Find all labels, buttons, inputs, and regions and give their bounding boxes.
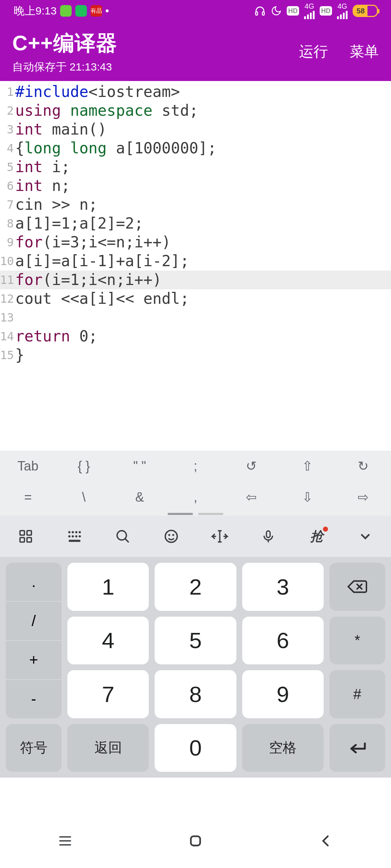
code-content[interactable]: int i; xyxy=(15,158,70,176)
moon-icon xyxy=(271,5,282,16)
key-0[interactable]: 0 xyxy=(155,724,236,772)
code-content[interactable]: cout <<a[i]<< endl; xyxy=(15,289,189,308)
key-enter[interactable] xyxy=(329,724,385,772)
key-5[interactable]: 5 xyxy=(155,617,236,665)
key-1[interactable]: 1 xyxy=(67,563,149,611)
symbol-key-r2-5[interactable]: ⇩ xyxy=(279,482,335,513)
svg-rect-1 xyxy=(262,12,264,15)
symbol-toolbar: Tab{ }" ";↺⇧↻ =\&,⇦⇩⇨ xyxy=(0,451,391,516)
backspace-icon xyxy=(347,579,368,595)
nav-back-button[interactable] xyxy=(315,830,337,852)
menu-button[interactable]: 菜单 xyxy=(350,42,379,61)
code-line[interactable]: 11for(i=1;i<n;i++) xyxy=(0,271,391,289)
code-line[interactable]: 7cin >> n; xyxy=(0,195,391,214)
symbol-key-r2-0[interactable]: = xyxy=(0,482,56,513)
symbol-key-r2-3[interactable]: , xyxy=(168,482,223,513)
code-line[interactable]: 13 xyxy=(0,308,391,327)
symbol-key-r1-0[interactable]: Tab xyxy=(0,451,56,482)
ime-keyboard-icon[interactable] xyxy=(55,528,93,545)
code-line[interactable]: 10a[i]=a[i-1]+a[i-2]; xyxy=(0,252,391,271)
symbol-key-r1-4[interactable]: ↺ xyxy=(223,451,279,482)
symbol-key-r1-3[interactable]: ; xyxy=(168,451,223,482)
key-7[interactable]: 7 xyxy=(67,670,149,718)
code-line[interactable]: 8a[1]=1;a[2]=2; xyxy=(0,214,391,233)
key-return-word[interactable]: 返回 xyxy=(67,724,149,772)
code-line[interactable]: 15} xyxy=(0,346,391,365)
ime-grab-button[interactable]: 抢 xyxy=(298,528,336,545)
code-line[interactable]: 2using namespace std; xyxy=(0,101,391,120)
code-content[interactable]: for(i=3;i<=n;i++) xyxy=(15,233,171,252)
numeric-keypad: . / + - 符号 1 2 3 4 5 6 7 8 9 返回 0 空格 * # xyxy=(0,557,391,778)
run-button[interactable]: 运行 xyxy=(299,42,328,61)
ime-mic-icon[interactable] xyxy=(249,528,287,544)
ime-search-icon[interactable] xyxy=(104,528,142,544)
symbol-key-r2-2[interactable]: & xyxy=(112,482,168,513)
ime-collapse-icon[interactable] xyxy=(346,528,384,544)
key-space[interactable]: 空格 xyxy=(242,724,324,772)
symbol-key-r2-1[interactable]: \ xyxy=(56,482,112,513)
line-number: 6 xyxy=(0,176,15,195)
svg-point-9 xyxy=(79,531,81,533)
notification-dot-icon xyxy=(323,527,328,532)
code-line[interactable]: 12cout <<a[i]<< endl; xyxy=(0,289,391,308)
hd-badge-1: HD xyxy=(287,6,299,16)
ime-cursor-icon[interactable] xyxy=(201,528,239,544)
svg-rect-0 xyxy=(256,12,257,15)
code-line[interactable]: 1#include<iostream> xyxy=(0,82,391,101)
key-2[interactable]: 2 xyxy=(155,563,236,611)
code-content[interactable]: return 0; xyxy=(15,327,98,346)
code-line[interactable]: 14return 0; xyxy=(0,327,391,346)
key-6[interactable]: 6 xyxy=(242,617,324,665)
code-content[interactable]: int main() xyxy=(15,120,107,139)
symbol-key-r1-2[interactable]: " " xyxy=(112,451,168,482)
network-4g-2: 4G xyxy=(337,3,348,19)
symbol-key-r2-4[interactable]: ⇦ xyxy=(223,482,279,513)
code-line[interactable]: 9for(i=3;i<=n;i++) xyxy=(0,233,391,252)
code-line[interactable]: 6int n; xyxy=(0,176,391,195)
key-slash[interactable]: / xyxy=(6,602,62,641)
svg-point-19 xyxy=(173,535,174,535)
app-bar: C++编译器 自动保存于 21:13:43 运行 菜单 xyxy=(0,22,391,81)
key-hash[interactable]: # xyxy=(329,670,385,718)
symbol-key-r2-6[interactable]: ⇨ xyxy=(335,482,391,513)
code-line[interactable]: 4{long long a[1000000]; xyxy=(0,139,391,158)
nav-recents-button[interactable] xyxy=(54,830,76,852)
key-plus[interactable]: + xyxy=(6,641,62,680)
code-line[interactable]: 5int i; xyxy=(0,158,391,176)
code-content[interactable]: using namespace std; xyxy=(15,101,198,120)
key-backspace[interactable] xyxy=(329,563,385,611)
symbol-key-r1-5[interactable]: ⇧ xyxy=(279,451,335,482)
svg-point-18 xyxy=(169,535,170,535)
nav-home-button[interactable] xyxy=(185,830,206,852)
status-more-dot xyxy=(106,9,109,12)
code-content[interactable]: int n; xyxy=(15,176,70,195)
svg-point-8 xyxy=(75,531,77,533)
key-symbol-mode[interactable]: 符号 xyxy=(6,724,62,772)
svg-point-12 xyxy=(75,535,77,537)
code-content[interactable]: a[1]=1;a[2]=2; xyxy=(15,214,143,233)
key-3[interactable]: 3 xyxy=(242,563,324,611)
code-content[interactable]: cin >> n; xyxy=(15,195,98,214)
key-9[interactable]: 9 xyxy=(242,670,324,718)
key-dot[interactable]: . xyxy=(6,563,62,602)
code-content[interactable]: for(i=1;i<n;i++) xyxy=(15,271,162,289)
ime-apps-icon[interactable] xyxy=(7,529,45,544)
line-number: 12 xyxy=(0,289,15,308)
key-4[interactable]: 4 xyxy=(67,617,149,665)
symbol-key-r1-1[interactable]: { } xyxy=(56,451,112,482)
code-content[interactable]: {long long a[1000000]; xyxy=(15,139,216,158)
status-app-icon-1 xyxy=(60,5,72,17)
code-content[interactable]: } xyxy=(15,346,24,365)
code-editor[interactable]: 1#include<iostream>2using namespace std;… xyxy=(0,81,391,365)
code-content[interactable]: a[i]=a[i-1]+a[i-2]; xyxy=(15,252,189,271)
code-content[interactable]: #include<iostream> xyxy=(15,82,180,101)
ime-emoji-icon[interactable] xyxy=(152,528,190,544)
symbol-key-r1-6[interactable]: ↻ xyxy=(335,451,391,482)
code-line[interactable]: 3int main() xyxy=(0,120,391,139)
key-minus[interactable]: - xyxy=(6,680,62,718)
key-8[interactable]: 8 xyxy=(155,670,236,718)
svg-point-13 xyxy=(79,535,81,537)
ime-toolbar: 抢 xyxy=(0,516,391,557)
line-number: 8 xyxy=(0,214,15,233)
key-star[interactable]: * xyxy=(329,617,385,665)
